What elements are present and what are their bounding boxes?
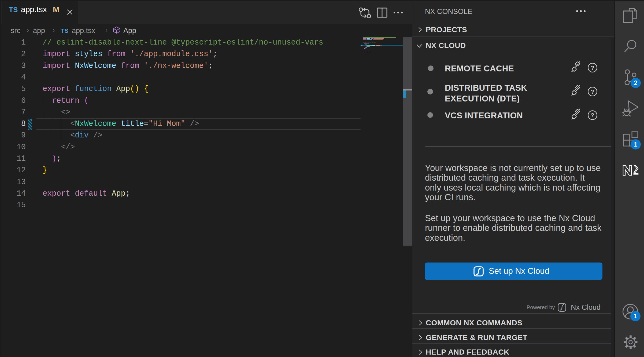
svg-text:?: ? bbox=[591, 112, 594, 119]
svg-text:?: ? bbox=[591, 88, 594, 95]
svg-text:?: ? bbox=[591, 64, 594, 71]
